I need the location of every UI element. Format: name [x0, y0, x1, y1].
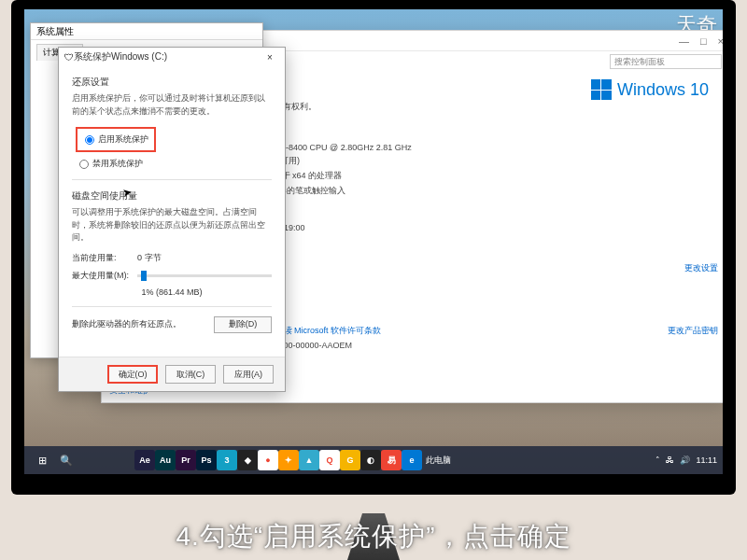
title: 系统属性	[31, 23, 262, 40]
highlight-box: 启用系统保护	[76, 127, 156, 152]
taskbar-app[interactable]: ✦	[278, 450, 299, 470]
taskbar-app[interactable]: ▲	[299, 450, 319, 470]
dialog-title: 系统保护Windows (C:)	[74, 50, 167, 63]
dialog-titlebar[interactable]: 🛡 系统保护Windows (C:) ×	[59, 48, 285, 66]
max-usage-label: 最大使用量(M):	[72, 270, 137, 282]
monitor-frame: 天奇 — □ × v 搜索控制面板 控制面板主页 设备管理器 远程设置 系统保护…	[11, 0, 736, 495]
usage-slider[interactable]	[137, 274, 272, 277]
tray-network-icon[interactable]: 🖧	[666, 455, 674, 465]
cancel-button[interactable]: 取消(C)	[165, 365, 216, 384]
taskbar-app[interactable]: ◐	[360, 450, 381, 470]
radio-label: 启用系统保护	[98, 133, 148, 146]
delete-button[interactable]: 删除(D)	[214, 316, 272, 333]
clock[interactable]: 11:11	[696, 455, 717, 465]
maximize-button[interactable]: □	[700, 35, 707, 47]
close-button[interactable]: ×	[261, 52, 279, 63]
system-protection-dialog: 🛡 系统保护Windows (C:) × 还原设置 启用系统保护后，你可以通过及…	[58, 47, 286, 392]
dialog-buttons: 确定(O) 取消(C) 应用(A)	[59, 357, 285, 391]
max-usage-value: 1% (861.44 MB)	[72, 287, 272, 297]
radio-input[interactable]	[85, 135, 94, 145]
taskbar-app[interactable]: G	[340, 450, 360, 470]
taskbar-label[interactable]: 此电脑	[426, 455, 451, 467]
section-label: 还原设置	[72, 76, 272, 89]
taskbar-app[interactable]: Ps	[196, 450, 217, 470]
search-icon[interactable]: 🔍	[55, 449, 78, 471]
disable-protection-radio[interactable]: 禁用系统保护	[79, 158, 272, 170]
instruction-caption: 4.勾选“启用系统保护”，点击确定	[0, 519, 747, 554]
windows-logo: Windows 10	[591, 79, 709, 100]
ok-button[interactable]: 确定(O)	[107, 365, 158, 384]
delete-desc: 删除此驱动器的所有还原点。	[72, 318, 214, 330]
current-usage-label: 当前使用量:	[72, 252, 137, 264]
tray-chevron-icon[interactable]: ˄	[655, 455, 660, 465]
drive-icon: 🛡	[64, 52, 74, 63]
taskbar-app[interactable]: ◆	[237, 450, 258, 470]
system-tray[interactable]: ˄ 🖧 🔊 11:11	[655, 455, 717, 465]
section-desc: 启用系统保护后，你可以通过及时将计算机还原到以前的某个状态点来撤消不需要的更改。	[72, 92, 272, 118]
radio-label: 禁用系统保护	[92, 158, 143, 170]
minimize-button[interactable]: —	[679, 35, 689, 47]
close-button[interactable]: ×	[718, 35, 723, 47]
desktop: 天奇 — □ × v 搜索控制面板 控制面板主页 设备管理器 远程设置 系统保护…	[24, 9, 723, 474]
windows-icon	[591, 79, 612, 100]
slider-thumb[interactable]	[141, 271, 147, 281]
taskbar-app[interactable]: e	[402, 450, 422, 470]
taskbar-app[interactable]: ●	[258, 450, 278, 470]
taskbar-app[interactable]: 3	[217, 450, 237, 470]
current-usage-value: 0 字节	[137, 252, 162, 264]
enable-protection-radio[interactable]: 启用系统保护	[85, 133, 148, 146]
tray-volume-icon[interactable]: 🔊	[680, 455, 690, 465]
taskbar-app[interactable]: Q	[319, 450, 340, 470]
start-button[interactable]: ⊞	[31, 449, 53, 471]
taskbar-app[interactable]: Pr	[176, 450, 196, 470]
taskbar-app[interactable]: 易	[381, 450, 402, 470]
change-key-link[interactable]: 更改产品密钥	[668, 325, 718, 337]
taskbar[interactable]: ⊞ 🔍 AeAuPrPs3◆●✦▲QG◐易e 此电脑 ˄ 🖧 🔊 11:11	[24, 446, 723, 474]
search-input[interactable]: 搜索控制面板	[610, 54, 722, 69]
radio-input[interactable]	[79, 160, 89, 169]
taskbar-app[interactable]: Ae	[134, 450, 155, 470]
apply-button[interactable]: 应用(A)	[223, 365, 274, 384]
section-label: 磁盘空间使用量	[72, 189, 272, 203]
change-settings-link[interactable]: 更改设置	[684, 262, 718, 274]
section-desc: 可以调整用于系统保护的最大磁盘空间。占满空间时，系统将删除较旧的还原点以便为新还…	[72, 206, 272, 245]
taskbar-app[interactable]: Au	[155, 450, 176, 470]
